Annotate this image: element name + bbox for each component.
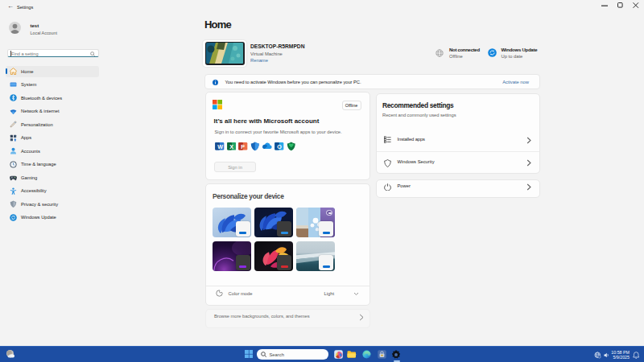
svg-text:W: W xyxy=(217,144,223,150)
svg-text:O: O xyxy=(277,144,282,150)
svg-text:X: X xyxy=(229,144,233,150)
svg-text:P: P xyxy=(241,144,245,150)
